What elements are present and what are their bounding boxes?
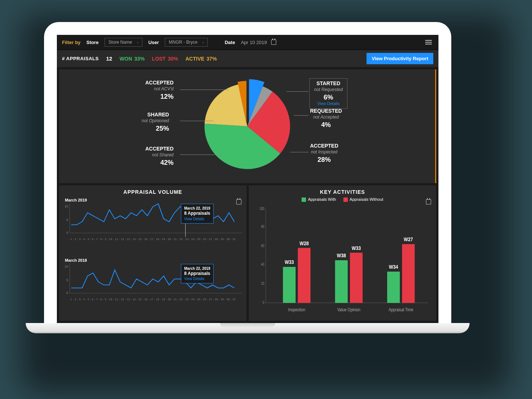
svg-text:40: 40: [261, 263, 264, 267]
callout-started[interactable]: STARTED not Requested 6% View Details: [309, 78, 347, 109]
appraisals-count: 12: [106, 55, 112, 62]
user-label: User: [148, 40, 159, 45]
stats-bar: # APPRAISALS 12 WON33% LOST30% ACTIVE37%…: [57, 50, 438, 67]
line-chart-2019: March 2019 10 5 0 - 1 - 2 - 3 - 4 - 5 - …: [63, 197, 242, 257]
svg-rect-26: [335, 260, 347, 303]
view-details-link[interactable]: View Details: [184, 276, 210, 281]
svg-text:W34: W34: [389, 264, 398, 270]
store-select[interactable]: Store Name ›: [105, 38, 142, 47]
pie-panel: STARTED not Requested 6% View Details RE…: [59, 69, 436, 183]
dashboard-screen: Filter by Store Store Name › User MNGR -…: [57, 35, 438, 323]
key-activities-panel: KEY ACTIVITIES Appraisals With Appraisal…: [249, 185, 436, 321]
stat-active: ACTIVE37%: [185, 56, 216, 62]
laptop-frame: Filter by Store Store Name › User MNGR -…: [44, 22, 451, 323]
svg-rect-32: [402, 244, 415, 303]
store-select-value: Store Name: [109, 40, 132, 45]
view-details-link[interactable]: View Details: [314, 101, 343, 106]
chart-tooltip-2019[interactable]: March 22, 2019 8 Appraisals View Details: [181, 204, 214, 224]
callout-requested: REQUESTED not Accepted 4%: [310, 108, 342, 129]
svg-rect-27: [350, 253, 362, 303]
filter-bar: Filter by Store Store Name › User MNGR -…: [57, 35, 438, 50]
svg-text:W38: W38: [337, 252, 346, 259]
view-productivity-report-button[interactable]: View Productivity Report: [367, 53, 433, 64]
key-activities-legend: Appraisals With Appraisals Without: [253, 197, 432, 202]
stat-won: WON33%: [120, 56, 145, 62]
calendar-icon: [271, 40, 276, 45]
chart-tooltip-2018[interactable]: March 22, 2019 8 Appraisals View Details: [181, 264, 214, 284]
callout-accepted-not-acvd: ACCEPTED not ACV'd 12%: [145, 80, 174, 101]
callout-shared: SHARED not Opinioned 25%: [142, 112, 169, 133]
key-activities-title: KEY ACTIVITIES: [253, 189, 432, 195]
svg-text:10: 10: [65, 265, 68, 268]
svg-text:100: 100: [259, 207, 265, 211]
date-label: Date: [225, 40, 235, 45]
callout-accepted-not-inspected: ACCEPTED not Inspected 28%: [310, 143, 338, 164]
appraisal-volume-panel: APPRAISAL VOLUME March 2019 10 5 0 - 1: [59, 185, 247, 321]
menu-button[interactable]: [424, 39, 433, 46]
view-details-link[interactable]: View Details: [184, 217, 210, 221]
appraisals-title: # APPRAISALS: [62, 56, 99, 61]
callout-accepted-not-shared: ACCEPTED not Shared 42%: [145, 146, 174, 167]
date-value: Apr 10 2019: [241, 40, 267, 45]
svg-text:W28: W28: [299, 240, 309, 246]
svg-rect-22: [298, 248, 310, 303]
filter-by-label: Filter by: [62, 40, 81, 45]
key-activities-bar-chart: 0 20 40 60 80 100 W33 W28 Inspection: [253, 203, 432, 317]
svg-text:0: 0: [66, 291, 68, 294]
svg-text:60: 60: [261, 244, 264, 248]
svg-text:Value Opinion: Value Opinion: [337, 307, 360, 312]
svg-text:20: 20: [261, 282, 264, 286]
chevron-right-icon: ›: [137, 40, 138, 44]
laptop-base: [26, 323, 470, 333]
store-label: Store: [87, 40, 99, 45]
svg-text:5: 5: [66, 278, 68, 282]
svg-text:10: 10: [65, 204, 68, 208]
svg-text:W33: W33: [285, 259, 294, 265]
svg-text:W33: W33: [352, 244, 361, 251]
svg-text:0: 0: [66, 231, 68, 235]
status-pie-chart: [196, 75, 299, 178]
date-picker[interactable]: Apr 10 2019: [241, 40, 277, 45]
svg-text:Inspection: Inspection: [288, 307, 305, 312]
svg-rect-21: [283, 267, 295, 303]
user-select[interactable]: MNGR - Bryce ›: [165, 38, 208, 47]
appraisal-volume-title: APPRAISAL VOLUME: [63, 189, 242, 195]
bottom-row: APPRAISAL VOLUME March 2019 10 5 0 - 1: [59, 185, 436, 321]
chevron-right-icon: ›: [203, 40, 204, 44]
svg-text:W27: W27: [404, 236, 413, 243]
stat-lost: LOST30%: [152, 56, 178, 62]
svg-text:80: 80: [261, 225, 264, 229]
line-chart-2018: March 2018 10 5 0 - 1 - 2 - 3 - 4 - 5 - …: [63, 257, 242, 318]
svg-text:Appraisal Time: Appraisal Time: [389, 307, 413, 312]
user-select-value: MNGR - Bryce: [169, 40, 197, 45]
svg-text:0: 0: [263, 301, 265, 305]
svg-text:5: 5: [66, 218, 68, 222]
svg-rect-31: [387, 272, 400, 303]
